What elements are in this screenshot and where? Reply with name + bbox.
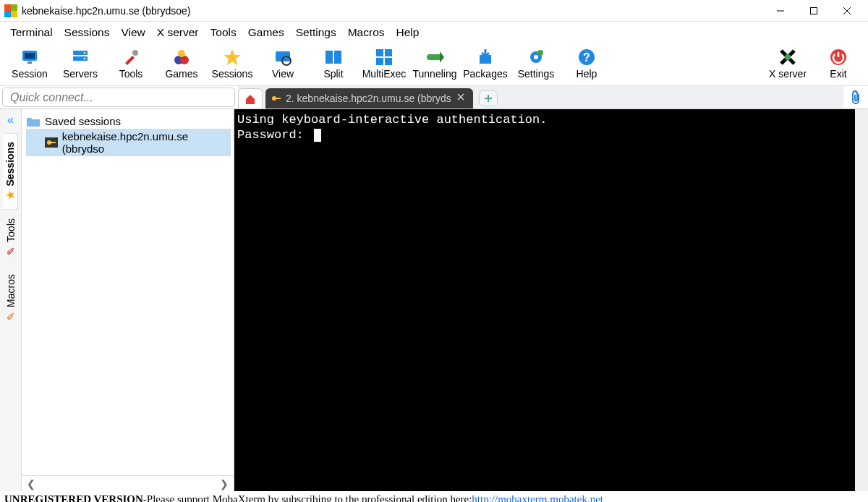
split-icon	[324, 48, 343, 67]
svg-point-7	[84, 58, 86, 60]
session-tab[interactable]: 2. kebnekaise.hpc2n.umu.se (bbryds	[265, 88, 473, 109]
tab-row: 2. kebnekaise.hpc2n.umu.se (bbryds	[0, 86, 868, 109]
view-icon	[273, 48, 292, 67]
menu-bar: Terminal Sessions View X server Tools Ga…	[0, 22, 868, 43]
toolbar-xserver[interactable]: X server	[762, 46, 813, 81]
scroll-left-icon[interactable]: ❮	[25, 478, 38, 490]
toolbar-multiexec[interactable]: MultiExec	[359, 46, 409, 81]
svg-point-27	[785, 54, 791, 60]
tunneling-icon	[425, 48, 444, 67]
new-tab-button[interactable]	[479, 90, 498, 106]
svg-rect-16	[376, 49, 383, 56]
power-icon	[829, 48, 848, 67]
key-icon	[271, 93, 281, 103]
tree-folder[interactable]: Saved sessions	[26, 114, 231, 129]
svg-rect-2	[25, 53, 35, 59]
status-bar: UNREGISTERED VERSION - Please support Mo…	[0, 491, 868, 502]
plus-icon	[484, 94, 493, 103]
tree-folder-label: Saved sessions	[45, 115, 121, 127]
terminal-cursor	[314, 129, 321, 142]
games-icon	[172, 48, 191, 67]
footer-unregistered: UNREGISTERED VERSION	[4, 493, 143, 503]
svg-text:?: ?	[583, 51, 590, 64]
app-icon	[4, 4, 17, 17]
svg-rect-17	[385, 49, 392, 56]
paperclip-button[interactable]	[843, 86, 868, 109]
toolbar-packages[interactable]: Packages	[460, 46, 511, 81]
multiexec-icon	[375, 48, 393, 67]
tree-session-item[interactable]: kebnekaise.hpc2n.umu.se (bbrydso	[26, 129, 231, 156]
svg-rect-0	[811, 7, 817, 14]
toolbar: Session Servers Tools Games Sessions Vie…	[0, 43, 868, 86]
folder-icon	[26, 116, 41, 127]
home-tab[interactable]	[238, 88, 263, 109]
svg-point-8	[132, 50, 138, 56]
menu-view[interactable]: View	[118, 25, 148, 41]
session-tab-label: 2. kebnekaise.hpc2n.umu.se (bbryds	[286, 93, 451, 104]
toolbar-sessions[interactable]: Sessions	[207, 46, 258, 81]
sidetab-sessions[interactable]: ★ Sessions	[3, 132, 18, 210]
toolbar-settings[interactable]: Settings	[511, 46, 561, 81]
svg-rect-15	[334, 51, 341, 64]
footer-msg: Please support MobaXterm by subscribing …	[147, 493, 472, 503]
sidetab-tools[interactable]: ✎ Tools	[4, 210, 18, 265]
toolbar-help[interactable]: ? Help	[561, 46, 612, 81]
svg-rect-14	[326, 51, 333, 64]
quick-connect-input[interactable]	[10, 91, 227, 104]
help-icon: ?	[577, 48, 596, 67]
packages-icon	[476, 48, 495, 67]
monitor-icon	[20, 48, 39, 67]
menu-help[interactable]: Help	[393, 25, 422, 41]
quick-connect[interactable]	[2, 88, 235, 107]
toolbar-session[interactable]: Session	[4, 46, 55, 81]
home-icon	[244, 93, 257, 106]
key-icon	[45, 137, 58, 148]
window-title: kebnekaise.hpc2n.umu.se (bbrydsoe)	[22, 5, 190, 17]
menu-games[interactable]: Games	[245, 25, 287, 41]
toolbar-view[interactable]: View	[258, 46, 308, 81]
terminal-line-2: Password:	[237, 128, 311, 142]
sidebar-hscroll[interactable]: ❮ ❯	[22, 475, 234, 491]
menu-macros[interactable]: Macros	[345, 25, 388, 41]
menu-xserver[interactable]: X server	[154, 25, 202, 41]
svg-rect-19	[385, 58, 392, 65]
tools-icon	[122, 48, 140, 67]
svg-point-24	[537, 50, 543, 56]
title-bar: kebnekaise.hpc2n.umu.se (bbrydsoe)	[0, 0, 868, 22]
svg-rect-18	[376, 58, 383, 65]
terminal[interactable]: Using keyboard-interactive authenticatio…	[234, 109, 855, 491]
menu-tools[interactable]: Tools	[208, 25, 239, 41]
close-tab-icon[interactable]	[457, 93, 467, 103]
paperclip-icon	[849, 90, 862, 105]
svg-rect-33	[51, 142, 56, 143]
toolbar-split[interactable]: Split	[308, 46, 359, 81]
maximize-button[interactable]	[797, 0, 830, 22]
tree-session-label: kebnekaise.hpc2n.umu.se (bbrydso	[62, 130, 231, 155]
sidebar: Saved sessions kebnekaise.hpc2n.umu.se (…	[22, 109, 234, 491]
toolbar-exit[interactable]: Exit	[813, 46, 864, 81]
svg-rect-30	[276, 98, 281, 99]
svg-point-23	[534, 55, 538, 59]
session-tree: Saved sessions kebnekaise.hpc2n.umu.se (…	[22, 109, 234, 475]
close-button[interactable]	[830, 0, 864, 22]
servers-icon	[71, 48, 90, 67]
toolbar-tunneling[interactable]: Tunneling	[409, 46, 460, 81]
terminal-vscroll[interactable]	[855, 109, 868, 491]
footer-link[interactable]: http://mobaxterm.mobatek.net	[472, 493, 603, 503]
menu-terminal[interactable]: Terminal	[7, 25, 56, 41]
toolbar-tools[interactable]: Tools	[106, 46, 156, 81]
toolbar-games[interactable]: Games	[156, 46, 207, 81]
svg-rect-3	[27, 61, 32, 64]
collapse-sidebar-icon[interactable]: «	[7, 114, 14, 127]
menu-sessions[interactable]: Sessions	[61, 25, 113, 41]
gear-icon	[527, 48, 545, 67]
xserver-icon	[778, 48, 797, 67]
sidetab-macros[interactable]: ✎ Macros	[4, 265, 18, 331]
svg-point-6	[84, 52, 86, 54]
side-tabs: « ★ Sessions ✎ Tools ✎ Macros	[0, 109, 22, 491]
scroll-right-icon[interactable]: ❯	[218, 478, 231, 490]
toolbar-servers[interactable]: Servers	[55, 46, 106, 81]
terminal-line-1: Using keyboard-interactive authenticatio…	[237, 113, 547, 127]
menu-settings[interactable]: Settings	[293, 25, 339, 41]
minimize-button[interactable]	[764, 0, 797, 22]
